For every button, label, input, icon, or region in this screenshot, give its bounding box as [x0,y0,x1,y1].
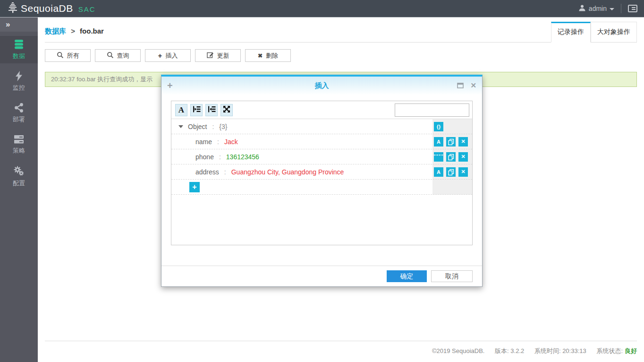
brand-suffix: SAC [78,4,96,13]
string-type-button[interactable]: A [434,137,443,147]
copyright: ©2019 SequoiaDB. [432,347,485,354]
sidebar-item-deploy[interactable]: 部署 [0,99,38,127]
breadcrumb-separator: > [71,27,75,35]
sidebar-item-strategy[interactable]: 策略 [0,131,38,158]
copy-row-button[interactable] [446,137,456,147]
search-icon [107,52,114,60]
sidebar-item-data[interactable]: 数据 [0,36,38,63]
ok-button[interactable]: 确定 [387,270,427,282]
expand-all-button[interactable] [220,104,233,116]
sidebar-item-label: 监控 [13,84,25,92]
sidebar-item-monitor[interactable]: 监控 [0,68,38,95]
x-icon: ✖ [258,52,263,59]
row-key: name [195,138,212,146]
share-nodes-icon [14,103,24,113]
user-icon [578,4,586,13]
row-value: {3} [219,123,227,130]
tree-row-phone: phone : 136123456 """" ✕ [171,149,472,164]
dialog-title: 插入 [161,81,482,90]
breadcrumb-current: foo.bar [80,27,104,35]
tab-record-operations[interactable]: 记录操作 [551,22,591,43]
version-value: 3.2.2 [510,347,524,354]
brand-name: SequoiaDB [21,3,73,14]
tree-row-address: address : Guangzhou City, Guangdong Prov… [171,164,472,180]
delete-row-button[interactable]: ✕ [458,167,468,177]
host-list-icon[interactable] [628,5,637,12]
sidebar-item-config[interactable]: 配置 [0,163,38,190]
tree-row-name: name : Jack A ✕ [171,134,472,149]
breadcrumb-database-link[interactable]: 数据库 [45,27,66,35]
string-type-button[interactable]: A [434,167,443,177]
copy-row-button[interactable] [446,167,456,177]
system-status-label: 系统状态: [596,347,623,354]
delete-row-button[interactable]: ✕ [458,152,468,162]
top-header: SequoiaDB SAC admin [0,0,644,17]
sequoia-tree-icon [7,1,19,16]
system-time-value: 20:33:13 [562,347,586,354]
server-stack-icon [13,135,25,144]
delete-button[interactable]: ✖ 删除 [245,49,291,62]
version-label: 版本: [495,347,509,354]
letter-a-icon: A [178,105,184,115]
cancel-button[interactable]: 取消 [431,270,473,282]
header-divider [621,4,621,13]
query-button[interactable]: 查询 [95,49,141,62]
row-value[interactable]: 136123456 [226,153,259,161]
update-button[interactable]: 更新 [195,49,241,62]
tab-bar: 记录操作 大对象操作 [551,22,637,43]
system-time-label: 系统时间: [534,347,561,354]
gears-icon [13,165,25,177]
insert-dialog-header: + 插入 ✕ [161,77,482,95]
insert-button[interactable]: + 插入 [145,49,191,62]
sidebar: » 数据 监控 [0,17,38,362]
app-window: SequoiaDB SAC admin [0,0,644,362]
double-chevron-right-icon: » [6,20,10,29]
add-field-button[interactable]: + [189,182,200,192]
row-key: phone [195,153,214,161]
sidebar-item-label: 部署 [13,115,25,124]
plus-icon: + [158,52,162,59]
sidebar-item-label: 数据 [13,52,25,60]
json-editor-toolbar: A [171,101,472,119]
insert-dialog: + 插入 ✕ A [161,75,483,287]
row-value[interactable]: Jack [224,138,238,146]
insert-dialog-footer: 确定 取消 [161,266,482,286]
copy-row-button[interactable] [446,152,456,162]
outdent-button[interactable] [205,104,218,116]
tree-row-add: + [171,180,472,195]
json-tree: Object : {3} {} name : Jack A [171,119,472,195]
status-message: 20:32:37 foo.bar 执行查询成功，显示 [51,76,153,83]
json-editor: A [171,101,473,245]
brand-logo: SequoiaDB SAC [7,1,96,16]
record-toolbar: 所有 查询 + 插入 [45,49,637,62]
collapse-caret-icon[interactable] [178,125,183,128]
row-key: Object [188,123,207,130]
delete-row-button[interactable]: ✕ [458,137,468,147]
user-menu[interactable]: admin [578,4,614,13]
text-mode-button[interactable]: A [175,104,187,116]
lightning-icon [14,71,24,81]
chevron-down-icon [610,8,614,10]
database-icon [13,39,25,50]
tab-lob-operations[interactable]: 大对象操作 [591,22,637,43]
row-value[interactable]: Guangzhou City, Guangdong Province [231,168,344,176]
sidebar-item-label: 策略 [13,147,25,155]
indent-icon [192,105,201,115]
sidebar-item-label: 配置 [13,179,25,188]
user-name: admin [589,5,607,12]
system-status-value: 良好 [625,347,637,354]
search-icon [57,52,64,60]
maximize-icon[interactable] [457,83,464,88]
editor-search-input[interactable] [395,103,469,117]
quote-type-button[interactable]: """" [434,152,443,162]
sidebar-collapse-button[interactable]: » [0,17,38,32]
close-icon[interactable]: ✕ [470,81,476,90]
tree-row-object: Object : {3} {} [171,119,472,134]
indent-button[interactable] [190,104,203,116]
object-type-button[interactable]: {} [434,122,443,131]
page-footer: ©2019 SequoiaDB. 版本: 3.2.2 系统时间: 20:33:1… [45,341,637,362]
arrows-expand-icon [222,105,231,115]
all-button[interactable]: 所有 [45,49,91,62]
row-key: address [195,168,219,176]
breadcrumb: 数据库 > foo.bar [45,17,551,43]
